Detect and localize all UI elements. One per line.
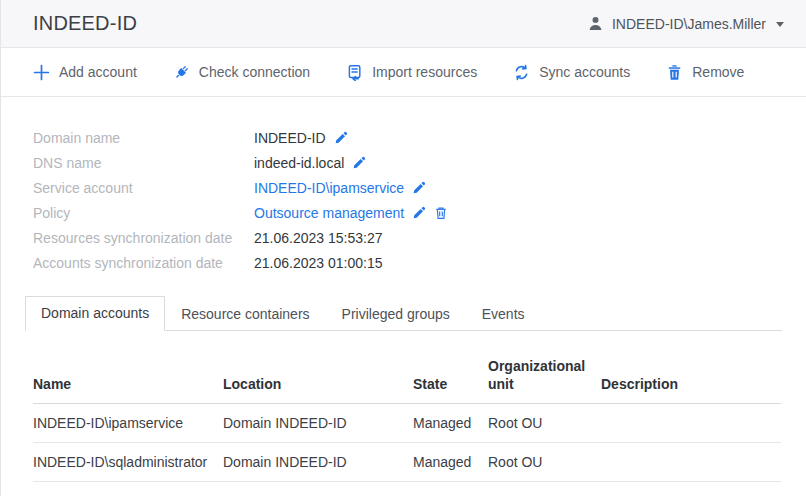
plug-icon bbox=[173, 64, 190, 81]
toolbar: Add account Check connection Import reso… bbox=[1, 48, 806, 97]
edit-policy-button[interactable] bbox=[412, 206, 426, 220]
cell-state: Managed bbox=[413, 404, 488, 443]
chevron-down-icon bbox=[776, 22, 784, 27]
cell-name: INDEED-ID\sqladministrator bbox=[33, 443, 223, 482]
cell-organizational-unit: Root OU bbox=[488, 404, 601, 443]
sync-icon bbox=[513, 64, 530, 81]
field-label: Policy bbox=[33, 205, 254, 221]
toolbar-item-label: Add account bbox=[59, 64, 137, 80]
pencil-icon bbox=[334, 131, 348, 145]
cell-state: Managed bbox=[413, 443, 488, 482]
column-header-description: Description bbox=[601, 345, 781, 404]
field-label: DNS name bbox=[33, 155, 254, 171]
detail-row-dns-name: DNS name indeed-id.local bbox=[33, 150, 806, 175]
detail-row-policy: Policy Outsource management bbox=[33, 200, 806, 225]
pencil-icon bbox=[412, 206, 426, 220]
column-header-name: Name bbox=[33, 345, 223, 404]
toolbar-item-label: Remove bbox=[692, 64, 744, 80]
sync-accounts-button[interactable]: Sync accounts bbox=[513, 64, 630, 81]
plus-icon bbox=[33, 64, 50, 81]
field-label: Resources synchronization date bbox=[33, 230, 254, 246]
tab-privileged-groups[interactable]: Privileged groups bbox=[326, 297, 466, 331]
service-account-link[interactable]: INDEED-ID\ipamservice bbox=[254, 180, 404, 196]
toolbar-item-label: Check connection bbox=[199, 64, 310, 80]
page-title: INDEED-ID bbox=[33, 12, 137, 35]
pencil-icon bbox=[352, 156, 366, 170]
table-row[interactable]: INDEED-ID\ipamservice Domain INDEED-ID M… bbox=[33, 404, 781, 443]
resources-sync-date-value: 21.06.2023 15:53:27 bbox=[254, 230, 382, 246]
dns-name-value: indeed-id.local bbox=[254, 155, 344, 171]
cell-name: INDEED-ID\ipamservice bbox=[33, 404, 223, 443]
cell-description bbox=[601, 404, 781, 443]
trash-icon bbox=[666, 64, 683, 81]
user-menu[interactable]: INDEED-ID\James.Miller bbox=[587, 15, 784, 32]
cell-organizational-unit: Root OU bbox=[488, 443, 601, 482]
remove-button[interactable]: Remove bbox=[666, 64, 744, 81]
check-connection-button[interactable]: Check connection bbox=[173, 64, 310, 81]
user-label: INDEED-ID\James.Miller bbox=[612, 16, 766, 32]
toolbar-item-label: Sync accounts bbox=[539, 64, 630, 80]
cell-location: Domain INDEED-ID bbox=[223, 443, 413, 482]
accounts-sync-date-value: 21.06.2023 01:00:15 bbox=[254, 255, 382, 271]
column-header-location: Location bbox=[223, 345, 413, 404]
column-header-state: State bbox=[413, 345, 488, 404]
field-label: Domain name bbox=[33, 130, 254, 146]
detail-row-domain-name: Domain name INDEED-ID bbox=[33, 125, 806, 150]
cell-location: Domain INDEED-ID bbox=[223, 404, 413, 443]
add-account-button[interactable]: Add account bbox=[33, 64, 137, 81]
detail-row-accounts-sync-date: Accounts synchronization date 21.06.2023… bbox=[33, 250, 806, 275]
detail-row-service-account: Service account INDEED-ID\ipamservice bbox=[33, 175, 806, 200]
tab-bar: Domain accounts Resource containers Priv… bbox=[25, 296, 782, 331]
detail-row-resources-sync-date: Resources synchronization date 21.06.202… bbox=[33, 225, 806, 250]
tab-resource-containers[interactable]: Resource containers bbox=[165, 297, 325, 331]
edit-domain-name-button[interactable] bbox=[334, 131, 348, 145]
domain-name-value: INDEED-ID bbox=[254, 130, 326, 146]
table-row[interactable]: INDEED-ID\sqladministrator Domain INDEED… bbox=[33, 443, 781, 482]
import-icon bbox=[346, 64, 363, 81]
pencil-icon bbox=[412, 181, 426, 195]
remove-policy-button[interactable] bbox=[434, 206, 448, 220]
policy-link[interactable]: Outsource management bbox=[254, 205, 404, 221]
person-icon bbox=[587, 15, 604, 32]
toolbar-item-label: Import resources bbox=[372, 64, 477, 80]
trash-icon bbox=[434, 206, 448, 220]
domain-details: Domain name INDEED-ID DNS name indeed-id… bbox=[1, 97, 806, 275]
edit-service-account-button[interactable] bbox=[412, 181, 426, 195]
tab-domain-accounts[interactable]: Domain accounts bbox=[25, 296, 165, 331]
field-label: Service account bbox=[33, 180, 254, 196]
import-resources-button[interactable]: Import resources bbox=[346, 64, 477, 81]
cell-description bbox=[601, 443, 781, 482]
table-header-row: Name Location State Organizational unit … bbox=[33, 345, 781, 404]
page-header: INDEED-ID INDEED-ID\James.Miller bbox=[1, 0, 806, 48]
column-header-organizational-unit: Organizational unit bbox=[488, 345, 601, 404]
domain-accounts-table: Name Location State Organizational unit … bbox=[33, 345, 781, 482]
edit-dns-name-button[interactable] bbox=[352, 156, 366, 170]
field-label: Accounts synchronization date bbox=[33, 255, 254, 271]
tab-events[interactable]: Events bbox=[466, 297, 541, 331]
